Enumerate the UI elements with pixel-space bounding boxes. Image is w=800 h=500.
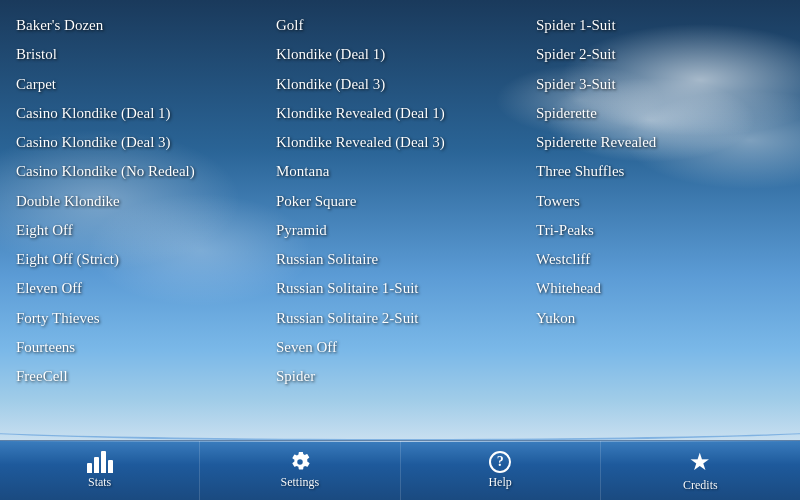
game-column-3: Spider 1-SuitSpider 2-SuitSpider 3-SuitS… [530, 12, 790, 432]
game-item[interactable]: Towers [530, 188, 790, 215]
nav-bar: Stats Settings ? Help ★ Credits [0, 440, 800, 500]
star-icon: ★ [689, 448, 711, 476]
stats-label: Stats [88, 475, 111, 490]
game-item[interactable]: Whitehead [530, 275, 790, 302]
game-item[interactable]: Russian Solitaire [270, 246, 530, 273]
credits-label: Credits [683, 478, 718, 493]
bar3 [101, 451, 106, 473]
game-item[interactable]: Carpet [10, 71, 270, 98]
game-item[interactable]: Casino Klondike (Deal 3) [10, 129, 270, 156]
game-item[interactable]: Pyramid [270, 217, 530, 244]
bar4 [108, 460, 113, 473]
game-item[interactable]: Double Klondike [10, 188, 270, 215]
game-list: Baker's DozenBristolCarpetCasino Klondik… [0, 0, 800, 440]
game-item[interactable]: Spider 1-Suit [530, 12, 790, 39]
bar1 [87, 463, 92, 473]
game-item[interactable]: Poker Square [270, 188, 530, 215]
game-item[interactable]: Spider [270, 363, 530, 390]
help-icon: ? [489, 451, 511, 473]
game-item[interactable]: Westcliff [530, 246, 790, 273]
game-item[interactable]: Eight Off (Strict) [10, 246, 270, 273]
game-item[interactable]: Forty Thieves [10, 305, 270, 332]
game-item[interactable]: Spiderette Revealed [530, 129, 790, 156]
bar2 [94, 457, 99, 473]
game-item[interactable]: Seven Off [270, 334, 530, 361]
nav-item-settings[interactable]: Settings [200, 441, 400, 500]
game-item[interactable]: Yukon [530, 305, 790, 332]
game-item[interactable]: Spider 2-Suit [530, 41, 790, 68]
game-item[interactable]: Eight Off [10, 217, 270, 244]
game-item[interactable]: Casino Klondike (No Redeal) [10, 158, 270, 185]
help-label: Help [488, 475, 511, 490]
game-item[interactable]: Baker's Dozen [10, 12, 270, 39]
game-item[interactable]: Three Shuffles [530, 158, 790, 185]
game-item[interactable]: Russian Solitaire 1-Suit [270, 275, 530, 302]
game-item[interactable]: Klondike Revealed (Deal 1) [270, 100, 530, 127]
game-column-1: Baker's DozenBristolCarpetCasino Klondik… [10, 12, 270, 432]
stats-icon [87, 451, 113, 473]
nav-item-stats[interactable]: Stats [0, 441, 200, 500]
game-item[interactable]: Eleven Off [10, 275, 270, 302]
nav-item-credits[interactable]: ★ Credits [601, 441, 800, 500]
game-item[interactable]: Bristol [10, 41, 270, 68]
game-item[interactable]: Spiderette [530, 100, 790, 127]
game-item[interactable]: Russian Solitaire 2-Suit [270, 305, 530, 332]
game-item[interactable]: Tri-Peaks [530, 217, 790, 244]
game-item[interactable]: Klondike (Deal 1) [270, 41, 530, 68]
game-item[interactable]: Klondike (Deal 3) [270, 71, 530, 98]
game-item[interactable]: Montana [270, 158, 530, 185]
nav-item-help[interactable]: ? Help [401, 441, 601, 500]
game-item[interactable]: Fourteens [10, 334, 270, 361]
game-item[interactable]: Golf [270, 12, 530, 39]
nav-border [0, 411, 800, 441]
game-item[interactable]: Spider 3-Suit [530, 71, 790, 98]
game-item[interactable]: Klondike Revealed (Deal 3) [270, 129, 530, 156]
game-item[interactable]: FreeCell [10, 363, 270, 390]
game-column-2: GolfKlondike (Deal 1)Klondike (Deal 3)Kl… [270, 12, 530, 432]
game-item[interactable]: Casino Klondike (Deal 1) [10, 100, 270, 127]
settings-label: Settings [281, 475, 320, 490]
gear-icon [289, 451, 311, 473]
